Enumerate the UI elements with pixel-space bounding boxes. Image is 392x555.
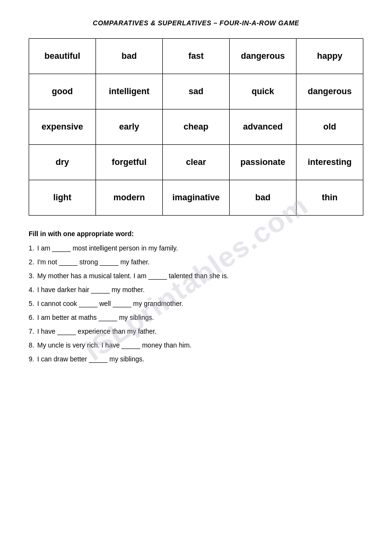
sentence-number: 5.	[29, 299, 34, 309]
grid-cell: forgetful	[96, 145, 163, 180]
grid-cell: beautiful	[29, 39, 96, 74]
sentence-item: 9.I can draw better _____ my siblings.	[29, 354, 363, 364]
grid-cell: thin	[297, 180, 363, 216]
sentence-item: 5.I cannot cook _____ well _____ my gran…	[29, 299, 363, 309]
sentence-number: 1.	[29, 243, 34, 253]
word-grid: beautifulbadfastdangeroushappygoodintell…	[29, 38, 363, 216]
sentence-number: 7.	[29, 326, 34, 337]
grid-cell: good	[29, 74, 96, 109]
sentence-number: 9.	[29, 354, 34, 364]
fill-section: Fill in with one appropriate word: 1.I a…	[29, 230, 363, 364]
grid-cell: sad	[163, 74, 230, 109]
sentence-number: 4.	[29, 285, 34, 295]
grid-cell: cheap	[163, 109, 230, 145]
grid-cell: advanced	[230, 109, 297, 145]
sentence-item: 2.I'm not _____ strong _____ my father.	[29, 257, 363, 267]
grid-cell: early	[96, 109, 163, 145]
grid-cell: expensive	[29, 109, 96, 145]
sentence-item: 7.I have _____ experience than my father…	[29, 326, 363, 337]
sentence-item: 3.My mother has a musical talent. I am _…	[29, 271, 363, 281]
sentence-number: 2.	[29, 257, 34, 267]
page-title: COMPARATIVES & SUPERLATIVES – FOUR-IN-A-…	[29, 19, 363, 27]
grid-cell: intelligent	[96, 74, 163, 109]
grid-cell: fast	[163, 39, 230, 74]
sentence-item: 8.My uncle is very rich. I have _____ mo…	[29, 340, 363, 350]
sentence-item: 1.I am _____ most intelligent person in …	[29, 243, 363, 253]
grid-cell: clear	[163, 145, 230, 180]
grid-cell: passionate	[230, 145, 297, 180]
sentence-item: 6.I am better at maths _____ my siblings…	[29, 313, 363, 323]
sentences-list: 1.I am _____ most intelligent person in …	[29, 243, 363, 364]
grid-cell: bad	[230, 180, 297, 216]
sentence-number: 6.	[29, 313, 34, 323]
grid-cell: dangerous	[230, 39, 297, 74]
grid-cell: dangerous	[297, 74, 363, 109]
grid-cell: old	[297, 109, 363, 145]
grid-cell: modern	[96, 180, 163, 216]
sentence-number: 8.	[29, 340, 34, 350]
grid-cell: quick	[230, 74, 297, 109]
grid-cell: happy	[297, 39, 363, 74]
sentence-item: 4.I have darker hair _____ my mother.	[29, 285, 363, 295]
grid-cell: dry	[29, 145, 96, 180]
fill-instruction: Fill in with one appropriate word:	[29, 230, 363, 238]
grid-cell: imaginative	[163, 180, 230, 216]
grid-cell: interesting	[297, 145, 363, 180]
grid-cell: light	[29, 180, 96, 216]
grid-cell: bad	[96, 39, 163, 74]
sentence-number: 3.	[29, 271, 34, 281]
